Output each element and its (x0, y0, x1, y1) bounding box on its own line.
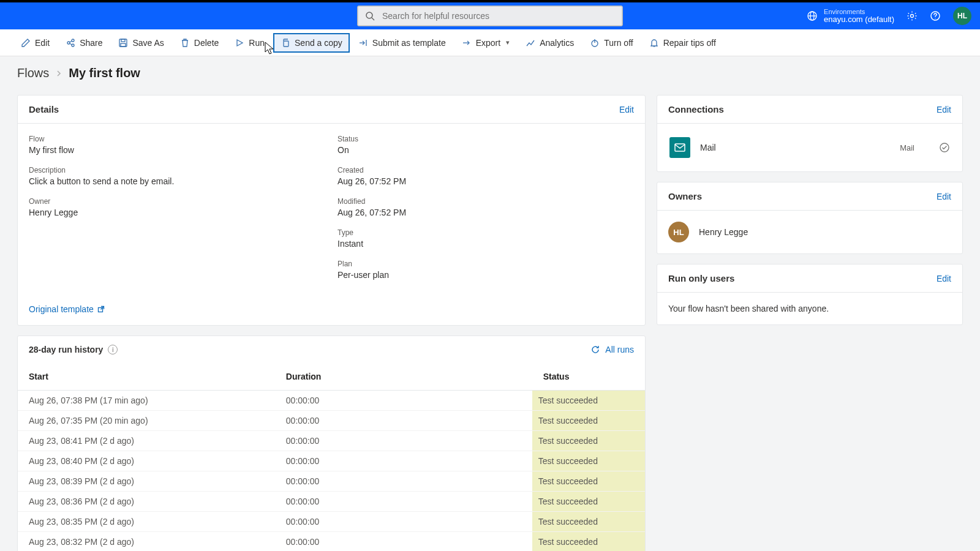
detail-value: Aug 26, 07:52 PM (337, 176, 634, 186)
cmd-label: Analytics (540, 38, 574, 48)
col-duration[interactable]: Duration (275, 363, 532, 391)
connection-row[interactable]: Mail Mail (668, 135, 951, 160)
run-history-table: Start Duration Status Aug 26, 07:38 PM (… (18, 363, 645, 551)
cell-start: Aug 23, 08:39 PM (2 d ago) (18, 471, 275, 492)
detail-flow: Flow My first flow (29, 135, 325, 155)
help-icon[interactable] (930, 10, 941, 21)
chevron-down-icon: ▾ (506, 39, 510, 47)
detail-created: Created Aug 26, 07:52 PM (337, 166, 634, 186)
bell-icon (649, 38, 659, 48)
all-runs-label: All runs (605, 345, 634, 354)
detail-value: Click a button to send a note by email. (29, 176, 325, 186)
cell-status: Test succeeded (532, 411, 645, 431)
environment-name: enayu.com (default) (824, 15, 894, 24)
owners-body: HL Henry Legge (657, 211, 962, 253)
pencil-icon (21, 38, 31, 48)
svg-rect-15 (121, 43, 126, 47)
connections-edit-link[interactable]: Edit (937, 105, 951, 114)
detail-type: Type Instant (337, 228, 634, 249)
run-button[interactable]: Run (227, 33, 272, 53)
export-icon (462, 38, 472, 48)
detail-status: Status On (337, 135, 634, 155)
run-history-title: 28-day run history (29, 345, 103, 354)
table-row[interactable]: Aug 23, 08:40 PM (2 d ago)00:00:00Test s… (18, 451, 645, 471)
chevron-right-icon (55, 70, 62, 77)
analytics-button[interactable]: Analytics (518, 33, 581, 53)
delete-button[interactable]: Delete (173, 33, 226, 53)
breadcrumb-root[interactable]: Flows (17, 66, 49, 80)
save-as-button[interactable]: Save As (111, 33, 171, 53)
detail-label: Modified (337, 197, 634, 206)
share-button[interactable]: Share (58, 33, 110, 53)
link-label: Original template (29, 304, 94, 314)
export-button[interactable]: Export ▾ (454, 33, 517, 53)
owners-edit-link[interactable]: Edit (937, 192, 951, 201)
turn-off-button[interactable]: Turn off (582, 33, 640, 53)
col-start[interactable]: Start (18, 363, 275, 391)
cell-status: Test succeeded (532, 512, 645, 532)
connections-header: Connections Edit (657, 96, 962, 124)
connection-subtitle: Mail (900, 143, 914, 152)
send-copy-button[interactable]: Send a copy (273, 33, 350, 53)
details-edit-link[interactable]: Edit (619, 105, 634, 114)
detail-label: Created (337, 166, 634, 174)
svg-line-1 (372, 18, 374, 20)
detail-value: Instant (337, 239, 634, 249)
table-row[interactable]: Aug 26, 07:38 PM (17 min ago)00:00:00Tes… (18, 391, 645, 411)
cell-start: Aug 26, 07:38 PM (17 min ago) (18, 391, 275, 411)
detail-plan: Plan Per-user plan (337, 260, 634, 280)
search-box[interactable] (357, 6, 623, 26)
detail-modified: Modified Aug 26, 07:52 PM (337, 197, 634, 217)
settings-icon[interactable] (907, 10, 918, 21)
details-title: Details (29, 104, 59, 114)
table-row[interactable]: Aug 23, 08:36 PM (2 d ago)00:00:00Test s… (18, 492, 645, 512)
edit-button[interactable]: Edit (13, 33, 57, 53)
cell-duration: 00:00:00 (275, 532, 532, 552)
table-row[interactable]: Aug 23, 08:41 PM (2 d ago)00:00:00Test s… (18, 431, 645, 451)
top-right: Environments enayu.com (default) HL (807, 7, 971, 25)
table-row[interactable]: Aug 26, 07:35 PM (20 min ago)00:00:00Tes… (18, 411, 645, 431)
cmd-label: Submit as template (372, 38, 446, 48)
svg-point-24 (940, 143, 949, 152)
mail-icon (669, 137, 690, 158)
original-template-link[interactable]: Original template (29, 304, 105, 314)
cell-status: Test succeeded (532, 451, 645, 471)
cmd-label: Send a copy (295, 38, 342, 48)
detail-label: Type (337, 228, 634, 237)
table-row[interactable]: Aug 23, 08:32 PM (2 d ago)00:00:00Test s… (18, 532, 645, 552)
info-icon[interactable]: i (108, 345, 118, 354)
cell-start: Aug 26, 07:35 PM (20 min ago) (18, 411, 275, 431)
side-column: Connections Edit Mail Mail Owners (657, 95, 963, 325)
run-only-body: Your flow hasn't been shared with anyone… (657, 293, 962, 324)
run-only-edit-link[interactable]: Edit (937, 274, 951, 283)
cell-duration: 00:00:00 (275, 471, 532, 492)
table-row[interactable]: Aug 23, 08:39 PM (2 d ago)00:00:00Test s… (18, 471, 645, 492)
repair-tips-button[interactable]: Repair tips off (642, 33, 723, 53)
search-input[interactable] (381, 10, 615, 21)
cmd-label: Delete (194, 38, 219, 48)
table-row[interactable]: Aug 23, 08:35 PM (2 d ago)00:00:00Test s… (18, 512, 645, 532)
environment-text: Environments enayu.com (default) (824, 8, 894, 24)
environment-picker[interactable]: Environments enayu.com (default) (807, 8, 894, 24)
owners-card: Owners Edit HL Henry Legge (657, 182, 963, 254)
owners-header: Owners Edit (657, 182, 962, 211)
detail-owner: Owner Henry Legge (29, 197, 325, 217)
user-avatar[interactable]: HL (953, 7, 971, 25)
all-runs-link[interactable]: All runs (590, 345, 634, 354)
submit-template-button[interactable]: Submit as template (351, 33, 453, 53)
col-status[interactable]: Status (532, 363, 645, 391)
cmd-label: Export (476, 38, 500, 48)
detail-label: Description (29, 166, 325, 174)
breadcrumb: Flows My first flow (0, 56, 980, 84)
owner-row[interactable]: HL Henry Legge (668, 222, 951, 242)
detail-value: Aug 26, 07:52 PM (337, 208, 634, 217)
external-link-icon (97, 305, 105, 313)
share-icon (66, 38, 75, 48)
svg-point-0 (366, 12, 372, 18)
trash-icon (180, 38, 190, 48)
cell-duration: 00:00:00 (275, 411, 532, 431)
check-icon (939, 142, 950, 153)
refresh-icon (590, 345, 600, 354)
run-only-title: Run only users (668, 273, 734, 283)
cell-start: Aug 23, 08:35 PM (2 d ago) (18, 512, 275, 532)
